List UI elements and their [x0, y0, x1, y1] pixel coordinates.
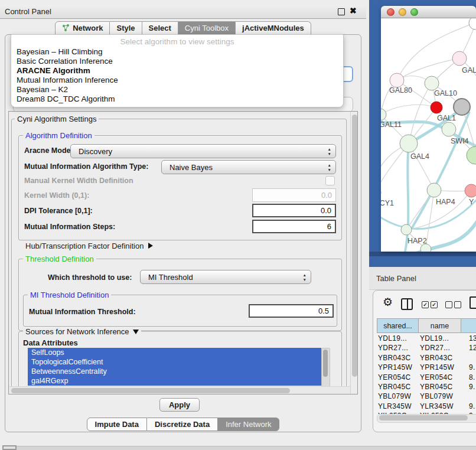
which-threshold-combobox[interactable]: MI Threshold ▲▼: [140, 270, 311, 284]
apply-button[interactable]: Apply: [159, 398, 200, 412]
data-attributes-list: SelfLoopsTopologicalCoefficientBetweenne…: [28, 348, 321, 386]
hub-definition-toggle[interactable]: Hub/Transcription Factor Definition: [25, 242, 153, 250]
deselect-all-checkboxes[interactable]: [445, 301, 461, 308]
algorithm-option[interactable]: Bayesian – Hill Climbing: [11, 47, 343, 57]
table-row[interactable]: YPR145WYPR145W9.: [377, 363, 476, 373]
attributes-scrollbar[interactable]: [321, 348, 330, 387]
mi-threshold-field[interactable]: 0.5: [249, 304, 334, 318]
aracne-mode-combobox[interactable]: Discovery ▲▼: [70, 144, 336, 158]
settings-horizontal-scrollbar[interactable]: [9, 386, 350, 394]
manual-kernel-checkbox[interactable]: [325, 176, 335, 185]
table-cell: YPR145W: [420, 363, 454, 371]
which-threshold-label: Which threshold to use:: [48, 273, 132, 282]
algorithm-option[interactable]: Dream8 DC_TDC Algorithm: [11, 94, 343, 104]
network-node[interactable]: [469, 18, 476, 30]
table-cell: YER054C: [378, 373, 410, 381]
table-column-header[interactable]: name: [419, 318, 461, 333]
hub-definition-label: Hub/Transcription Factor Definition: [25, 242, 144, 250]
table-cell: YDR27...: [420, 344, 450, 352]
table-cell: 13: [469, 334, 476, 343]
tab-select[interactable]: Select: [142, 21, 178, 35]
kernel-width-field[interactable]: 0.0: [252, 188, 336, 202]
network-window-titlebar[interactable]: [381, 6, 476, 18]
tab-label: Select: [149, 24, 171, 32]
table-cell: YBR045C: [378, 383, 410, 391]
bottom-tab-infer-network[interactable]: Infer Network: [218, 418, 279, 431]
table-row[interactable]: YDL19...YDL19...13: [377, 334, 476, 344]
table-column-header[interactable]: [461, 318, 476, 333]
table-cell: 8.: [469, 373, 475, 381]
mi-threshold-title: MI Threshold Definition: [28, 291, 111, 299]
tab-style[interactable]: Style: [110, 21, 142, 35]
zoom-traffic-light[interactable]: [410, 8, 418, 16]
table-row[interactable]: YLR345WYLR345W9.: [377, 402, 476, 412]
close-traffic-light[interactable]: [387, 8, 395, 16]
mi-type-combobox[interactable]: Naive Bayes ▲▼: [161, 160, 336, 174]
threshold-definition-title: Threshold Definition: [23, 255, 96, 263]
gear-icon[interactable]: ⚙: [383, 295, 393, 309]
algorithm-option[interactable]: Basic Correlation Inference: [11, 57, 343, 66]
algorithm-option[interactable]: ARACNE Algorithm: [11, 66, 343, 76]
network-node-swi4[interactable]: [442, 122, 456, 136]
tab-label: Style: [116, 24, 135, 32]
algorithm-dropdown-placeholder: Select algorithm to view settings: [11, 35, 343, 47]
sources-title-text: Sources for Network Inference: [25, 327, 129, 336]
table-column-header[interactable]: shared...: [377, 318, 419, 333]
network-node-gal11[interactable]: [381, 109, 386, 120]
network-node-y[interactable]: [465, 184, 476, 197]
network-node-gal10[interactable]: [425, 76, 439, 90]
network-node-hap4[interactable]: [427, 183, 441, 197]
table-cell: YDR27...: [378, 344, 408, 352]
algorithm-definition-title: Algorithm Definition: [23, 131, 94, 140]
table-cell: YBR043C: [378, 354, 410, 362]
network-window: GALGAL80GAL10GAL1GAL11SWI4GAL4GCY1HAP4YH…: [381, 6, 476, 252]
network-edge: [406, 191, 471, 230]
network-node[interactable]: [467, 146, 476, 164]
tab-jactivemnodules[interactable]: jActiveMNodules: [236, 21, 311, 35]
cyni-algorithm-settings-title: Cyni Algorithm Settings: [15, 115, 99, 123]
table-cell: YBL079W: [378, 392, 411, 400]
table-row[interactable]: YBR045CYBR045C9.: [377, 383, 476, 392]
network-node-gal4[interactable]: [400, 135, 418, 152]
data-attribute-item[interactable]: BetweennessCentrality: [28, 367, 321, 376]
algorithm-option[interactable]: Mutual Information Inference: [11, 76, 343, 85]
aracne-mode-value: Discovery: [79, 147, 112, 156]
table-row[interactable]: YBR043CYBR043C: [377, 354, 476, 363]
table-horizontal-scrollbar[interactable]: [377, 414, 476, 423]
data-attribute-item[interactable]: TopologicalCoefficient: [28, 357, 321, 367]
algorithm-option[interactable]: Bayesian – K2: [11, 85, 343, 94]
bottom-tab-impute-data[interactable]: Impute Data: [87, 418, 147, 431]
table-row[interactable]: YBL079WYBL079W: [377, 392, 476, 402]
table-row[interactable]: YDR27...YDR27...12: [377, 344, 476, 353]
table-row[interactable]: YER054CYER054C8.: [377, 373, 476, 383]
table-cell: YLR345W: [378, 402, 412, 410]
network-canvas[interactable]: GALGAL80GAL10GAL1GAL11SWI4GAL4GCY1HAP4YH…: [381, 18, 476, 252]
tab-label: Cyni Toolbox: [185, 24, 229, 32]
combo-arrows-icon: ▲▼: [303, 273, 307, 282]
network-node-hap2[interactable]: [401, 224, 412, 235]
tab-cyni-toolbox[interactable]: Cyni Toolbox: [178, 21, 236, 35]
tab-network[interactable]: Network: [55, 21, 110, 35]
table-cell: YER054C: [420, 373, 452, 381]
network-node-label: GAL10: [434, 89, 457, 97]
control-panel-title: Control Panel: [5, 7, 51, 16]
mi-steps-field[interactable]: 6: [252, 220, 336, 233]
select-all-checkboxes[interactable]: ✓✓: [422, 301, 438, 308]
network-node[interactable]: [454, 99, 470, 115]
settings-vertical-scrollbar[interactable]: [350, 112, 358, 394]
columns-icon[interactable]: [401, 298, 413, 310]
close-icon[interactable]: ✖: [350, 6, 357, 15]
data-attribute-item[interactable]: gal4RGexp: [28, 376, 321, 386]
sources-title: Sources for Network Inference: [23, 327, 141, 336]
table-cell: 9.: [469, 383, 475, 391]
minimize-traffic-light[interactable]: [399, 8, 406, 16]
float-icon[interactable]: [338, 8, 345, 15]
data-attribute-item[interactable]: SelfLoops: [28, 348, 321, 357]
network-node-gal1[interactable]: [431, 102, 442, 113]
document-icon[interactable]: [470, 296, 476, 309]
bottom-tab-discretize-data[interactable]: Discretize Data: [147, 418, 218, 431]
network-node-gal80[interactable]: [390, 73, 404, 87]
network-node-gal[interactable]: [452, 51, 467, 66]
clipped-bottom-button[interactable]: [2, 445, 17, 450]
dpi-tolerance-field[interactable]: 0.0: [252, 204, 336, 217]
